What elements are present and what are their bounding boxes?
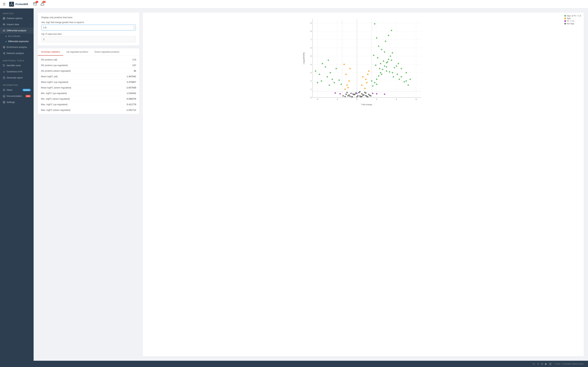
volcano-point[interactable] [367, 96, 369, 98]
volcano-point[interactable] [398, 63, 399, 64]
volcano-point[interactable] [348, 80, 350, 82]
volcano-point[interactable] [352, 93, 354, 95]
volcano-point[interactable] [380, 72, 381, 73]
volcano-point[interactable] [346, 84, 348, 86]
volcano-point[interactable] [377, 57, 378, 58]
volcano-point[interactable] [378, 45, 379, 47]
volcano-point[interactable] [371, 80, 372, 82]
sidebar-item-differential-analysis[interactable]: Differential analysis ‹ [0, 27, 34, 33]
volcano-point[interactable] [394, 67, 395, 68]
fc-increment-btn[interactable]: ▲ [133, 25, 135, 27]
volcano-point[interactable] [361, 96, 363, 97]
volcano-point[interactable] [388, 59, 389, 60]
sidebar-sub-item-differential-expression[interactable]: ▶ Differential expression [0, 39, 34, 44]
volcano-point[interactable] [343, 64, 345, 65]
volcano-point[interactable] [372, 93, 373, 94]
volcano-point[interactable] [407, 84, 409, 86]
volcano-point[interactable] [374, 82, 375, 83]
hamburger-button[interactable]: ☰ [3, 2, 6, 6]
volcano-point[interactable] [349, 96, 351, 97]
sidebar-item-generate-report[interactable]: Generate report [0, 75, 34, 81]
volcano-point[interactable] [374, 23, 375, 25]
sidebar-sub-item-set-contrasts[interactable]: ▶ Set contrasts [0, 33, 34, 39]
volcano-point[interactable] [382, 69, 383, 70]
volcano-point[interactable] [335, 92, 336, 94]
volcano-point[interactable] [381, 74, 382, 75]
linkedin-icon[interactable]: in [541, 362, 543, 365]
tab-summary-statistics[interactable]: Summary statistics [38, 48, 63, 56]
volcano-point[interactable] [343, 95, 344, 97]
volcano-point[interactable] [355, 92, 357, 94]
volcano-point[interactable] [384, 93, 385, 95]
github-icon[interactable]: ⌥ [532, 362, 535, 365]
volcano-point[interactable] [346, 92, 348, 93]
sidebar-item-goodness-of-fit[interactable]: Goodness-of-fit [0, 68, 34, 75]
volcano-point[interactable] [325, 66, 326, 68]
volcano-point[interactable] [396, 65, 397, 67]
sidebar-item-identifier-tools[interactable]: Identifier tools [0, 62, 34, 68]
volcano-point[interactable] [391, 30, 392, 31]
volcano-point[interactable] [375, 65, 376, 66]
volcano-point[interactable] [361, 93, 363, 95]
volcano-point[interactable] [379, 68, 380, 69]
volcano-point[interactable] [391, 60, 392, 61]
volcano-point[interactable] [359, 91, 361, 92]
pval-input[interactable] [41, 36, 136, 42]
volcano-point[interactable] [365, 79, 366, 80]
volcano-point[interactable] [404, 81, 405, 83]
volcano-point[interactable] [350, 93, 352, 94]
volcano-point[interactable] [368, 94, 369, 95]
volcano-point[interactable] [344, 96, 346, 97]
tab-up-regulated[interactable]: Up-regulated proteins [63, 48, 91, 56]
volcano-point[interactable] [315, 70, 316, 72]
volcano-point[interactable] [328, 60, 329, 61]
volcano-point[interactable] [373, 55, 374, 56]
volcano-point[interactable] [376, 37, 377, 39]
volcano-point[interactable] [366, 82, 367, 83]
fc-input[interactable] [41, 25, 136, 30]
volcano-point[interactable] [392, 72, 393, 73]
volcano-point[interactable] [368, 70, 369, 72]
volcano-point[interactable] [347, 87, 349, 88]
volcano-point[interactable] [329, 84, 330, 86]
volcano-point[interactable] [332, 79, 333, 80]
fc-decrement-btn[interactable]: ▼ [133, 28, 135, 30]
volcano-point[interactable] [321, 80, 322, 82]
sidebar-item-dataset-options[interactable]: Dataset options ‹ [0, 15, 34, 21]
volcano-point[interactable] [384, 51, 385, 53]
volcano-point[interactable] [389, 71, 390, 73]
volcano-point[interactable] [336, 68, 337, 69]
at-icon[interactable]: @ [549, 362, 552, 365]
volcano-point[interactable] [329, 72, 331, 73]
volcano-point[interactable] [401, 68, 402, 69]
notifications-button[interactable]: 7 [32, 1, 38, 7]
volcano-point[interactable] [386, 66, 387, 68]
volcano-point[interactable] [399, 79, 400, 80]
volcano-point[interactable] [388, 35, 389, 36]
volcano-point[interactable] [397, 74, 398, 75]
volcano-point[interactable] [365, 95, 366, 96]
volcano-point[interactable] [376, 83, 377, 85]
volcano-point[interactable] [351, 96, 353, 98]
volcano-point[interactable] [380, 63, 381, 64]
volcano-point[interactable] [338, 80, 340, 81]
volcano-point[interactable] [346, 74, 347, 75]
volcano-point[interactable] [367, 74, 369, 75]
volcano-point[interactable] [384, 65, 385, 67]
volcano-point[interactable] [392, 52, 393, 53]
volcano-point[interactable] [378, 75, 379, 77]
volcano-point[interactable] [386, 70, 387, 72]
sidebar-item-news[interactable]: News Updates [0, 87, 34, 93]
volcano-point[interactable] [372, 85, 373, 87]
sidebar-item-documentation[interactable]: Documentation New [0, 93, 34, 99]
volcano-point[interactable] [317, 82, 318, 83]
sidebar-item-settings[interactable]: Settings [0, 99, 34, 105]
volcano-point[interactable] [401, 76, 402, 78]
tab-down-regulated[interactable]: Down-regulated proteins [91, 48, 122, 56]
volcano-point[interactable] [383, 60, 384, 62]
volcano-point[interactable] [376, 79, 377, 80]
volcano-point[interactable] [334, 82, 335, 83]
sidebar-item-enrichment-analysis[interactable]: Enrichment analysis ‹ [0, 44, 34, 50]
youtube-icon[interactable]: ▶ [545, 362, 547, 365]
volcano-point[interactable] [370, 95, 372, 97]
